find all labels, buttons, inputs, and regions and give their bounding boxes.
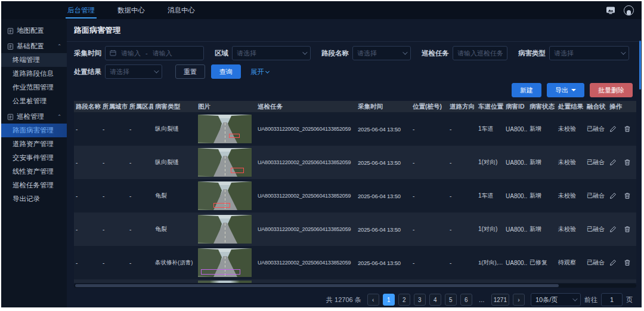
collect-time-label: 采集时间 xyxy=(74,49,101,58)
sidebar-item-road-section-info[interactable]: 道路路段信息 xyxy=(1,67,67,81)
range-separator: - xyxy=(145,50,148,57)
vertical-scrollbar-thumb[interactable] xyxy=(639,41,641,90)
document-icon xyxy=(7,43,14,50)
edit-icon[interactable] xyxy=(609,192,617,199)
create-button[interactable]: 新建 xyxy=(512,83,541,97)
document-icon xyxy=(7,27,14,35)
sidebar-item-basic-config[interactable]: 基础配置 ⌃ xyxy=(1,39,67,53)
delete-icon[interactable] xyxy=(624,259,631,266)
disposal-result-select[interactable]: 请选择 xyxy=(105,64,162,79)
table-row[interactable]: -- -龟裂 UA800331220002_20250604133852059 … xyxy=(74,213,636,246)
inspection-task-label: 巡检任务 xyxy=(422,49,449,58)
page-button-6[interactable]: 6 xyxy=(460,294,472,306)
sidebar-item-traffic-safety-events[interactable]: 交安事件管理 xyxy=(1,151,67,165)
delete-icon[interactable] xyxy=(624,192,631,199)
top-navigation-bar: 后台管理 数据中心 消息中心 xyxy=(1,1,642,19)
sidebar-item-map-config[interactable]: 地图配置 xyxy=(1,24,67,38)
main-content: 路面病害管理 采集时间 请输入 - 请输入 区域 请选择 路段名称 请选择 xyxy=(67,19,642,307)
next-page-button[interactable]: › xyxy=(513,294,525,306)
sidebar-item-label: 基础配置 xyxy=(17,42,44,51)
inspection-task-field[interactable] xyxy=(457,50,503,57)
caret-down-icon xyxy=(571,89,576,91)
horizontal-scrollbar[interactable] xyxy=(74,284,636,288)
page-button-4[interactable]: 4 xyxy=(429,294,441,306)
screen-icon[interactable] xyxy=(605,6,616,15)
edit-icon[interactable] xyxy=(609,159,617,166)
nav-tab-message-center[interactable]: 消息中心 xyxy=(166,1,197,19)
goto-page-input[interactable] xyxy=(601,293,623,306)
horizontal-scrollbar-thumb[interactable] xyxy=(75,284,559,287)
table-row-partial xyxy=(74,279,636,283)
collect-time-range-input[interactable]: 请输入 - 请输入 xyxy=(105,46,204,60)
sidebar-item-inspection-task-mgmt[interactable]: 巡检任务管理 xyxy=(1,178,67,192)
inspection-task-input[interactable] xyxy=(453,46,507,60)
reset-button[interactable]: 重置 xyxy=(175,64,205,79)
sidebar-item-label: 巡检管理 xyxy=(17,112,44,121)
nav-tabs: 后台管理 数据中心 消息中心 xyxy=(66,1,197,19)
region-label: 区域 xyxy=(215,49,228,58)
expand-filters-link[interactable]: 展开 xyxy=(250,67,269,76)
nav-tab-admin[interactable]: 后台管理 xyxy=(66,1,97,19)
prev-page-button[interactable]: ‹ xyxy=(367,294,379,306)
chevron-down-icon xyxy=(402,50,407,54)
page-button-5[interactable]: 5 xyxy=(445,294,457,306)
table-row[interactable]: -- -龟裂 UA800331220002_20250604133852059 … xyxy=(74,179,636,213)
export-button[interactable]: 导出 xyxy=(547,83,584,97)
delete-icon[interactable] xyxy=(624,226,631,233)
more-pages-icon[interactable]: … xyxy=(476,294,488,306)
road-photo[interactable] xyxy=(198,215,252,244)
table-row[interactable]: -- -纵向裂缝 UA800331220002_2025060413385205… xyxy=(74,146,636,179)
sidebar-item-pavement-disease-mgmt[interactable]: 路面病害管理 xyxy=(1,124,67,137)
nav-tab-data-center[interactable]: 数据中心 xyxy=(116,1,147,19)
sidebar-item-terminal-mgmt[interactable]: 终端管理 xyxy=(1,53,67,67)
table-row[interactable]: -- -纵向裂缝 UA800331220002_2025060413385205… xyxy=(74,112,636,146)
chevron-down-icon xyxy=(154,68,159,73)
road-name-label: 路段名称 xyxy=(321,49,349,58)
batch-delete-button[interactable]: 批量删除 xyxy=(590,83,633,97)
goto-suffix: 页 xyxy=(626,295,633,304)
sidebar-item-work-scope-mgmt[interactable]: 作业范围管理 xyxy=(1,81,67,94)
table-header-row: 路段名称所属城市 所属区县病害类型 图片巡检任务 采集时间位置(桩号) 道路方向… xyxy=(74,101,636,112)
road-name-select[interactable]: 请选择 xyxy=(352,46,411,60)
delete-icon[interactable] xyxy=(624,159,631,166)
edit-icon[interactable] xyxy=(609,125,617,133)
document-icon xyxy=(7,113,14,121)
user-avatar-icon[interactable] xyxy=(624,5,634,16)
chevron-up-icon: ⌃ xyxy=(57,44,61,49)
road-photo[interactable] xyxy=(198,148,252,177)
page-size-select[interactable]: 10条/页 xyxy=(531,293,581,306)
page-button-1[interactable]: 1 xyxy=(383,294,395,306)
disease-table: 路段名称所属城市 所属区县病害类型 图片巡检任务 采集时间位置(桩号) 道路方向… xyxy=(74,101,636,283)
sidebar-item-export-records[interactable]: 导出记录 xyxy=(1,192,67,206)
page-button-2[interactable]: 2 xyxy=(398,294,410,306)
chevron-up-icon: ⌃ xyxy=(57,114,61,119)
road-photo[interactable] xyxy=(198,115,252,143)
region-select[interactable]: 请选择 xyxy=(232,46,311,60)
delete-icon[interactable] xyxy=(624,125,631,133)
search-button[interactable]: 查询 xyxy=(211,64,241,79)
page-button-3[interactable]: 3 xyxy=(414,294,426,306)
chevron-down-icon xyxy=(572,296,577,301)
sidebar-item-inspection-mgmt[interactable]: 巡检管理 ⌃ xyxy=(1,110,67,124)
sidebar-item-linear-asset-mgmt[interactable]: 线性资产管理 xyxy=(1,165,67,178)
disposal-result-label: 处置结果 xyxy=(74,67,101,76)
sidebar: 地图配置 基础配置 ⌃ 终端管理 道路路段信息 作业范围管理 公里桩管理 巡检管… xyxy=(1,19,67,307)
road-photo[interactable] xyxy=(198,181,252,210)
table-row[interactable]: -- -条状修补(沥青) UA800331220002_202506041338… xyxy=(74,246,636,279)
sidebar-item-milestone-mgmt[interactable]: 公里桩管理 xyxy=(1,94,67,108)
filter-form: 采集时间 请输入 - 请输入 区域 请选择 路段名称 请选择 巡检任务 xyxy=(74,46,633,79)
sidebar-item-road-asset-mgmt[interactable]: 道路资产管理 xyxy=(1,137,67,151)
sidebar-item-label: 地图配置 xyxy=(17,26,44,35)
page-title: 路面病害管理 xyxy=(67,19,642,42)
page-button-1271[interactable]: 1271 xyxy=(491,294,509,306)
chevron-down-icon xyxy=(265,69,270,73)
app-window: 后台管理 数据中心 消息中心 地图配置 基础配置 ⌃ 终端管理 道路路段信息 作… xyxy=(1,1,642,307)
road-photo[interactable] xyxy=(198,248,252,277)
chevron-down-icon xyxy=(302,50,307,54)
start-date-placeholder: 请输入 xyxy=(121,49,141,58)
pagination: 共 12706 条 ‹ 1 2 3 4 5 6 … 1271 › 10条/页 前… xyxy=(67,293,633,306)
disease-type-select[interactable]: 请选择 xyxy=(549,46,629,60)
end-date-placeholder: 请输入 xyxy=(153,49,172,58)
edit-icon[interactable] xyxy=(609,226,617,233)
edit-icon[interactable] xyxy=(609,259,617,266)
